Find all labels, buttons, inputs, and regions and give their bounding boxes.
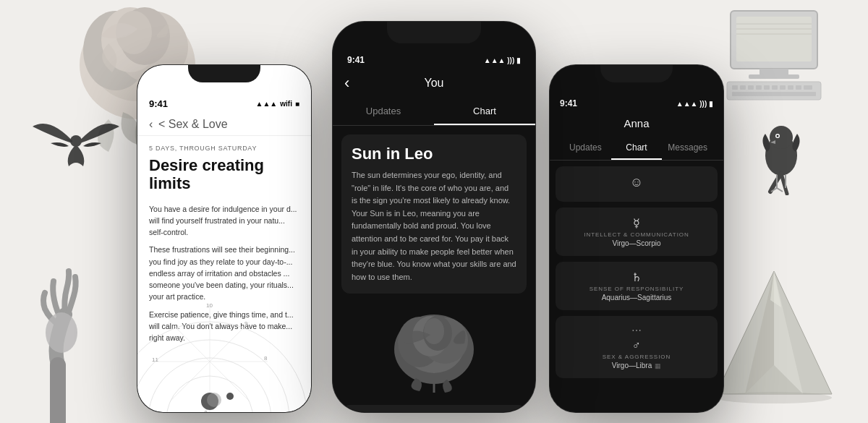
moon-scorpio-card: Moon in Scorpio The moon rules your emot…	[341, 405, 527, 412]
phone-right: 9:41 ▲▲▲ ))) ▮ Anna Updates Chart	[550, 65, 723, 412]
left-content: 9:41 ▲▲▲ wifi ■ ‹ < Sex & Love 5 DAYS, T…	[137, 65, 311, 412]
phones-container: 9:41 ▲▲▲ wifi ■ ‹ < Sex & Love 5 DAYS, T…	[152, 22, 716, 412]
right-status-icons: ▲▲▲ ))) ▮	[676, 92, 713, 108]
svg-rect-15	[749, 74, 799, 79]
svg-text:9: 9	[244, 320, 248, 327]
center-scroll[interactable]: Sun in Leo The sun determines your ego, …	[333, 126, 535, 412]
chart-svg: 10 9 8 11 ♀	[137, 289, 311, 412]
astro-row-1: ☺	[556, 166, 718, 202]
right-tab-messages[interactable]: Messages	[662, 137, 713, 160]
computer-decoration	[716, 4, 832, 105]
svg-point-64	[424, 318, 444, 344]
flower-image-area	[341, 302, 527, 396]
svg-point-6	[116, 11, 152, 54]
center-notch	[387, 22, 481, 43]
svg-marker-37	[774, 271, 803, 394]
svg-point-41	[716, 392, 832, 403]
back-chevron: ‹	[149, 118, 153, 130]
pyramid-decoration	[709, 264, 839, 409]
left-notch	[188, 65, 260, 82]
astro-value-2: Virgo—Scorpio	[612, 239, 660, 247]
svg-rect-21	[764, 85, 770, 90]
svg-marker-38	[745, 271, 774, 394]
center-tabs: Updates Chart	[333, 98, 535, 126]
left-time: 9:41	[149, 91, 168, 109]
left-title: Desire creating limits	[137, 155, 311, 200]
wifi-icon: wifi	[280, 100, 292, 108]
right-tabs: Updates Chart Messages	[550, 137, 723, 161]
center-back-btn[interactable]: ‹	[344, 74, 349, 93]
svg-rect-16	[727, 82, 821, 100]
svg-text:11: 11	[152, 356, 158, 363]
svg-point-31	[777, 135, 779, 137]
astro-symbol-2: ☿	[633, 216, 640, 230]
svg-rect-24	[788, 85, 793, 90]
svg-line-34	[771, 188, 777, 192]
sun-leo-body: The sun determines your ego, identity, a…	[352, 169, 516, 283]
astro-symbol-3: ♄	[631, 270, 642, 284]
center-header: ‹ You	[333, 71, 535, 98]
center-status-icons: ▲▲▲ ))) ▮	[484, 49, 521, 65]
svg-point-30	[775, 134, 780, 138]
nav-back-label: < Sex & Love	[158, 118, 228, 130]
svg-rect-14	[760, 69, 788, 74]
svg-point-29	[770, 126, 793, 149]
tab-chart[interactable]: Chart	[434, 98, 535, 125]
battery-icon: ■	[295, 100, 299, 108]
svg-line-35	[777, 188, 783, 192]
astro-label-2: INTELLECT & COMMUNICATION	[584, 231, 689, 238]
right-scroll[interactable]: ☺ ☿ INTELLECT & COMMUNICATION Virgo—Scor…	[550, 161, 723, 390]
svg-point-8	[46, 312, 77, 353]
svg-rect-23	[780, 85, 786, 90]
sun-leo-title: Sun in Leo	[352, 145, 516, 163]
svg-point-4	[101, 7, 159, 72]
center-time: 9:41	[347, 49, 365, 65]
phone-left: 9:41 ▲▲▲ wifi ■ ‹ < Sex & Love 5 DAYS, T…	[137, 65, 311, 412]
astro-label-3: SENSE OF RESPONSIBILITY	[590, 286, 684, 292]
left-para1: You have a desire for indulgence in your…	[149, 203, 299, 239]
astro-icon-4: ⋯	[631, 325, 642, 336]
chart-area: 10 9 8 11 ♀	[137, 289, 311, 412]
left-nav[interactable]: ‹ < Sex & Love	[137, 114, 311, 136]
center-screen: 9:41 ▲▲▲ ))) ▮ ‹ You Updates Chart	[333, 22, 535, 412]
svg-rect-19	[748, 85, 754, 90]
svg-rect-22	[772, 85, 778, 90]
tab-updates[interactable]: Updates	[333, 98, 434, 125]
right-content: 9:41 ▲▲▲ ))) ▮ Anna Updates Chart	[550, 65, 723, 412]
right-tab-chart[interactable]: Chart	[611, 137, 663, 160]
sun-leo-card: Sun in Leo The sun determines your ego, …	[341, 134, 527, 294]
center-flower-svg	[362, 306, 506, 393]
astro-row-3: ♄ SENSE OF RESPONSIBILITY Aquarius—Sagit…	[556, 262, 718, 310]
svg-text:♀: ♀	[203, 408, 209, 412]
astro-label-4: SEX & AGGRESSION	[603, 354, 671, 360]
svg-marker-40	[770, 271, 781, 307]
astro-row-2: ☿ INTELLECT & COMMUNICATION Virgo—Scorpi…	[556, 208, 718, 256]
hand-decoration	[14, 264, 123, 423]
svg-point-28	[765, 135, 797, 176]
right-screen: 9:41 ▲▲▲ ))) ▮ Anna Updates Chart	[550, 65, 723, 412]
svg-rect-9	[731, 11, 817, 69]
svg-point-55	[207, 393, 221, 407]
left-screen: 9:41 ▲▲▲ wifi ■ ‹ < Sex & Love 5 DAYS, T…	[137, 65, 311, 412]
svg-point-56	[226, 393, 234, 400]
bird-decoration	[29, 101, 123, 188]
svg-text:8: 8	[264, 355, 268, 362]
svg-point-7	[70, 135, 82, 147]
svg-rect-20	[756, 85, 762, 90]
svg-marker-36	[716, 271, 832, 394]
svg-rect-26	[804, 85, 812, 90]
svg-rect-10	[736, 17, 812, 61]
right-notch	[600, 65, 673, 82]
center-signal: ▲▲▲ ))) ▮	[484, 56, 521, 64]
astro-icon-1: ☺	[630, 175, 643, 190]
right-tab-updates[interactable]: Updates	[560, 137, 611, 160]
left-status-icons: ▲▲▲ wifi ■	[256, 93, 299, 108]
svg-rect-27	[732, 92, 816, 96]
center-title: You	[425, 77, 444, 90]
astro-value-4: Virgo—Libra ▦	[612, 362, 661, 369]
svg-rect-25	[796, 85, 801, 90]
svg-point-45	[137, 322, 307, 412]
svg-marker-39	[745, 365, 803, 394]
signal-icon: ▲▲▲	[256, 100, 278, 108]
bird2-decoration	[745, 108, 817, 195]
